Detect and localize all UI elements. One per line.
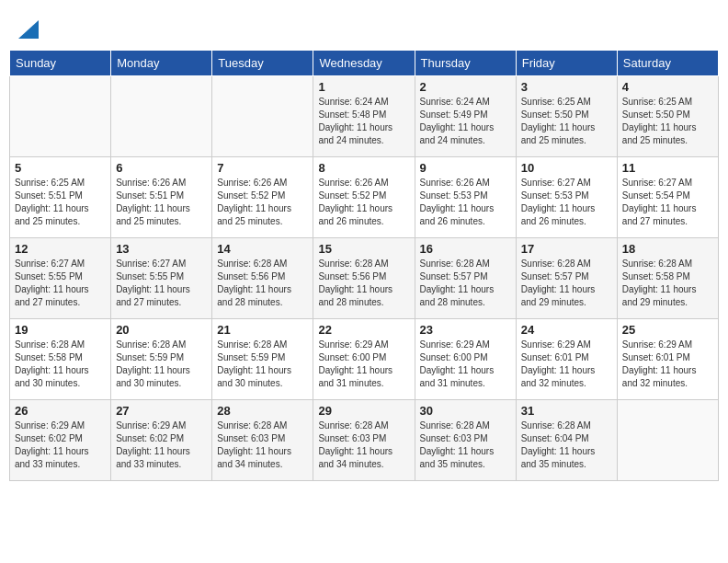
- day-number: 17: [521, 242, 612, 256]
- day-info: Sunrise: 6:28 AM Sunset: 5:59 PM Dayligh…: [217, 339, 308, 390]
- day-of-week-header: Thursday: [415, 51, 516, 76]
- day-number: 5: [15, 161, 106, 175]
- day-number: 20: [116, 323, 207, 337]
- calendar-cell: 16Sunrise: 6:28 AM Sunset: 5:57 PM Dayli…: [415, 238, 516, 319]
- calendar-week-row: 26Sunrise: 6:29 AM Sunset: 6:02 PM Dayli…: [10, 400, 719, 481]
- calendar-cell: 25Sunrise: 6:29 AM Sunset: 6:01 PM Dayli…: [617, 319, 718, 400]
- day-number: 26: [15, 404, 106, 418]
- day-info: Sunrise: 6:29 AM Sunset: 6:02 PM Dayligh…: [116, 419, 207, 471]
- calendar-cell: 14Sunrise: 6:28 AM Sunset: 5:56 PM Dayli…: [212, 238, 313, 319]
- day-number: 24: [521, 323, 612, 337]
- day-number: 8: [318, 161, 409, 175]
- day-info: Sunrise: 6:25 AM Sunset: 5:50 PM Dayligh…: [521, 96, 612, 147]
- day-number: 15: [318, 242, 409, 256]
- day-info: Sunrise: 6:28 AM Sunset: 6:03 PM Dayligh…: [217, 419, 308, 471]
- day-number: 31: [521, 404, 612, 418]
- day-number: 3: [521, 80, 612, 94]
- calendar-cell: 17Sunrise: 6:28 AM Sunset: 5:57 PM Dayli…: [516, 238, 617, 319]
- calendar-cell: 23Sunrise: 6:29 AM Sunset: 6:00 PM Dayli…: [415, 319, 516, 400]
- logo: [17, 13, 39, 39]
- day-info: Sunrise: 6:24 AM Sunset: 5:48 PM Dayligh…: [318, 96, 409, 147]
- calendar-cell: 21Sunrise: 6:28 AM Sunset: 5:59 PM Dayli…: [212, 319, 313, 400]
- calendar-cell: 27Sunrise: 6:29 AM Sunset: 6:02 PM Dayli…: [111, 400, 212, 481]
- day-number: 12: [15, 242, 106, 256]
- day-number: 21: [217, 323, 308, 337]
- calendar-cell: 28Sunrise: 6:28 AM Sunset: 6:03 PM Dayli…: [212, 400, 313, 481]
- calendar-cell: 7Sunrise: 6:26 AM Sunset: 5:52 PM Daylig…: [212, 157, 313, 238]
- calendar-week-row: 12Sunrise: 6:27 AM Sunset: 5:55 PM Dayli…: [10, 238, 719, 319]
- day-info: Sunrise: 6:27 AM Sunset: 5:55 PM Dayligh…: [116, 258, 207, 309]
- day-of-week-header: Sunday: [10, 51, 111, 76]
- calendar-cell: 1Sunrise: 6:24 AM Sunset: 5:48 PM Daylig…: [313, 76, 415, 157]
- day-of-week-header: Saturday: [617, 51, 718, 76]
- day-info: Sunrise: 6:29 AM Sunset: 6:01 PM Dayligh…: [521, 339, 612, 390]
- calendar-cell: 22Sunrise: 6:29 AM Sunset: 6:00 PM Dayli…: [313, 319, 415, 400]
- day-of-week-header: Monday: [111, 51, 212, 76]
- calendar-cell: [111, 76, 212, 157]
- calendar-cell: 30Sunrise: 6:28 AM Sunset: 6:03 PM Dayli…: [415, 400, 516, 481]
- calendar-table: SundayMondayTuesdayWednesdayThursdayFrid…: [9, 50, 719, 481]
- day-info: Sunrise: 6:29 AM Sunset: 6:00 PM Dayligh…: [420, 339, 511, 390]
- day-number: 18: [622, 242, 713, 256]
- calendar-cell: 13Sunrise: 6:27 AM Sunset: 5:55 PM Dayli…: [111, 238, 212, 319]
- calendar-cell: [10, 76, 111, 157]
- calendar-cell: 24Sunrise: 6:29 AM Sunset: 6:01 PM Dayli…: [516, 319, 617, 400]
- page-header: [9, 9, 719, 42]
- calendar-cell: 2Sunrise: 6:24 AM Sunset: 5:49 PM Daylig…: [415, 76, 516, 157]
- calendar-cell: 31Sunrise: 6:28 AM Sunset: 6:04 PM Dayli…: [516, 400, 617, 481]
- day-info: Sunrise: 6:28 AM Sunset: 5:58 PM Dayligh…: [622, 258, 713, 309]
- day-number: 23: [420, 323, 511, 337]
- calendar-cell: 12Sunrise: 6:27 AM Sunset: 5:55 PM Dayli…: [10, 238, 111, 319]
- calendar-header-row: SundayMondayTuesdayWednesdayThursdayFrid…: [10, 51, 719, 76]
- calendar-cell: [212, 76, 313, 157]
- day-number: 4: [622, 80, 713, 94]
- day-info: Sunrise: 6:28 AM Sunset: 6:04 PM Dayligh…: [521, 419, 612, 471]
- day-number: 27: [116, 404, 207, 418]
- day-info: Sunrise: 6:25 AM Sunset: 5:51 PM Dayligh…: [15, 177, 106, 228]
- day-info: Sunrise: 6:26 AM Sunset: 5:51 PM Dayligh…: [116, 177, 207, 228]
- calendar-cell: 26Sunrise: 6:29 AM Sunset: 6:02 PM Dayli…: [10, 400, 111, 481]
- day-info: Sunrise: 6:28 AM Sunset: 5:56 PM Dayligh…: [217, 258, 308, 309]
- calendar-cell: 20Sunrise: 6:28 AM Sunset: 5:59 PM Dayli…: [111, 319, 212, 400]
- day-info: Sunrise: 6:25 AM Sunset: 5:50 PM Dayligh…: [622, 96, 713, 147]
- calendar-cell: 19Sunrise: 6:28 AM Sunset: 5:58 PM Dayli…: [10, 319, 111, 400]
- day-info: Sunrise: 6:26 AM Sunset: 5:53 PM Dayligh…: [420, 177, 511, 228]
- calendar-cell: 4Sunrise: 6:25 AM Sunset: 5:50 PM Daylig…: [617, 76, 718, 157]
- day-info: Sunrise: 6:28 AM Sunset: 5:59 PM Dayligh…: [116, 339, 207, 390]
- day-info: Sunrise: 6:28 AM Sunset: 5:58 PM Dayligh…: [15, 339, 106, 390]
- calendar-cell: 11Sunrise: 6:27 AM Sunset: 5:54 PM Dayli…: [617, 157, 718, 238]
- day-number: 10: [521, 161, 612, 175]
- calendar-cell: 6Sunrise: 6:26 AM Sunset: 5:51 PM Daylig…: [111, 157, 212, 238]
- calendar-cell: 8Sunrise: 6:26 AM Sunset: 5:52 PM Daylig…: [313, 157, 415, 238]
- calendar-week-row: 19Sunrise: 6:28 AM Sunset: 5:58 PM Dayli…: [10, 319, 719, 400]
- day-info: Sunrise: 6:29 AM Sunset: 6:02 PM Dayligh…: [15, 419, 106, 471]
- day-info: Sunrise: 6:27 AM Sunset: 5:54 PM Dayligh…: [622, 177, 713, 228]
- day-of-week-header: Tuesday: [212, 51, 313, 76]
- day-info: Sunrise: 6:26 AM Sunset: 5:52 PM Dayligh…: [318, 177, 409, 228]
- day-info: Sunrise: 6:24 AM Sunset: 5:49 PM Dayligh…: [420, 96, 511, 147]
- calendar-cell: 18Sunrise: 6:28 AM Sunset: 5:58 PM Dayli…: [617, 238, 718, 319]
- day-number: 14: [217, 242, 308, 256]
- calendar-cell: 29Sunrise: 6:28 AM Sunset: 6:03 PM Dayli…: [313, 400, 415, 481]
- day-number: 9: [420, 161, 511, 175]
- day-info: Sunrise: 6:28 AM Sunset: 6:03 PM Dayligh…: [420, 419, 511, 471]
- day-number: 28: [217, 404, 308, 418]
- day-number: 11: [622, 161, 713, 175]
- calendar-cell: 9Sunrise: 6:26 AM Sunset: 5:53 PM Daylig…: [415, 157, 516, 238]
- day-info: Sunrise: 6:29 AM Sunset: 6:01 PM Dayligh…: [622, 339, 713, 390]
- day-number: 2: [420, 80, 511, 94]
- day-info: Sunrise: 6:27 AM Sunset: 5:53 PM Dayligh…: [521, 177, 612, 228]
- calendar-cell: 5Sunrise: 6:25 AM Sunset: 5:51 PM Daylig…: [10, 157, 111, 238]
- calendar-cell: 3Sunrise: 6:25 AM Sunset: 5:50 PM Daylig…: [516, 76, 617, 157]
- day-number: 1: [318, 80, 409, 94]
- day-number: 22: [318, 323, 409, 337]
- day-number: 30: [420, 404, 511, 418]
- day-number: 29: [318, 404, 409, 418]
- day-number: 19: [15, 323, 106, 337]
- day-info: Sunrise: 6:27 AM Sunset: 5:55 PM Dayligh…: [15, 258, 106, 309]
- day-number: 25: [622, 323, 713, 337]
- logo-icon: [18, 13, 39, 39]
- day-number: 6: [116, 161, 207, 175]
- svg-marker-0: [18, 20, 39, 39]
- day-of-week-header: Friday: [516, 51, 617, 76]
